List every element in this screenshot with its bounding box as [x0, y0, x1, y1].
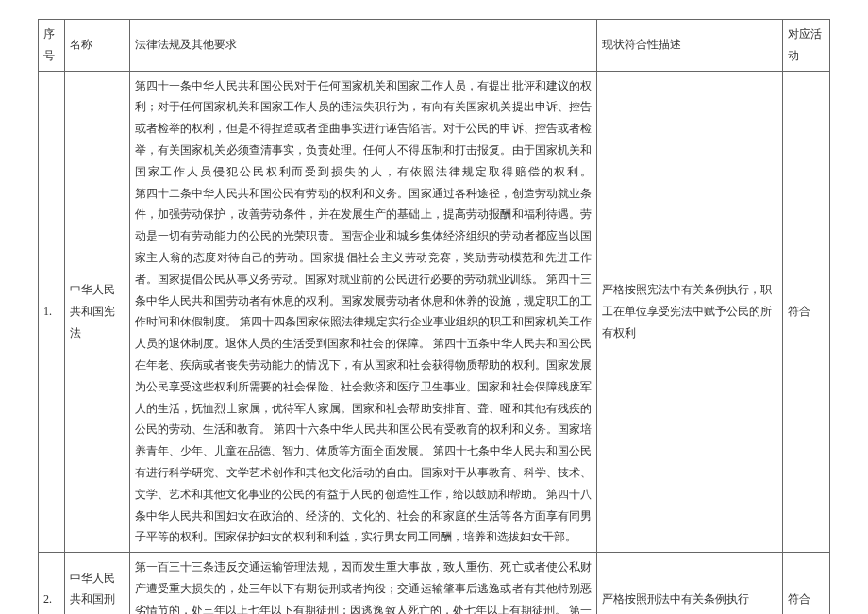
header-status: 现状符合性描述	[597, 20, 782, 72]
table-row: 1. 中华人民共和国宪法 第四十一条中华人民共和国公民对于任何国家机关和国家工作…	[39, 71, 830, 553]
cell-act: 符合	[782, 71, 829, 553]
header-act: 对应活动	[782, 20, 829, 72]
regulations-table: 序号 名称 法律法规及其他要求 现状符合性描述 对应活动 1. 中华人民共和国宪…	[38, 19, 830, 614]
table-row: 2. 中华人民共和国刑法 第一百三十三条违反交通运输管理法规，因而发生重大事故，…	[39, 553, 830, 614]
cell-name: 中华人民共和国宪法	[65, 71, 129, 553]
cell-req: 第一百三十三条违反交通运输管理法规，因而发生重大事故，致人重伤、死亡或者使公私财…	[129, 553, 597, 614]
cell-seq: 2.	[39, 553, 65, 614]
cell-name: 中华人民共和国刑法	[65, 553, 129, 614]
table-header-row: 序号 名称 法律法规及其他要求 现状符合性描述 对应活动	[39, 20, 830, 72]
header-req: 法律法规及其他要求	[129, 20, 597, 72]
cell-seq: 1.	[39, 71, 65, 553]
cell-status: 严格按照刑法中有关条例执行	[597, 553, 782, 614]
header-seq: 序号	[39, 20, 65, 72]
header-name: 名称	[65, 20, 129, 72]
cell-status: 严格按照宪法中有关条例执行，职工在单位享受宪法中赋予公民的所有权利	[597, 71, 782, 553]
cell-act: 符合	[782, 553, 829, 614]
cell-req: 第四十一条中华人民共和国公民对于任何国家机关和国家工作人员，有提出批评和建议的权…	[129, 71, 597, 553]
